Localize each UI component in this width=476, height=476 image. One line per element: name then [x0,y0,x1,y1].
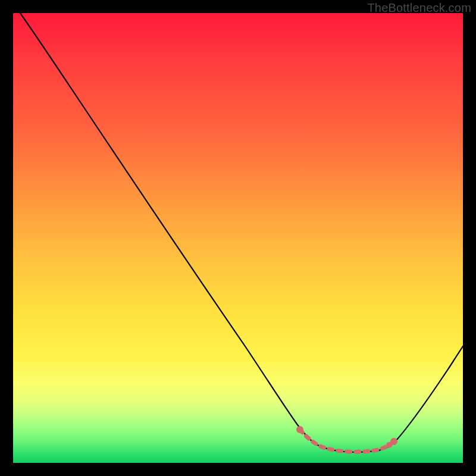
optimal-range-start-dot [296,426,303,433]
bottleneck-curve [20,13,463,452]
optimal-range-end-dot-2 [386,442,392,448]
chart-area [13,13,463,463]
bottleneck-curve-svg [13,13,463,463]
watermark-text: TheBottleneck.com [367,1,471,15]
optimal-range-dash [300,430,394,452]
